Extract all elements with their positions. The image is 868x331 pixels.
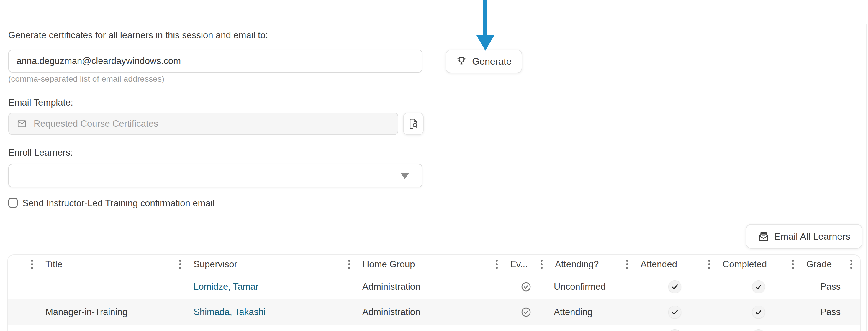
attending-cell: Unconfirmed bbox=[537, 282, 623, 292]
column-menu-icon[interactable] bbox=[625, 259, 629, 269]
annotation-arrowhead-icon bbox=[476, 35, 494, 51]
generate-button[interactable]: Generate bbox=[445, 49, 522, 73]
column-header-grade[interactable]: Grade bbox=[789, 259, 847, 270]
column-menu-icon[interactable] bbox=[791, 259, 795, 269]
certificates-session-page: Generate certificates for all learners i… bbox=[0, 0, 868, 331]
table-header-row: Title Supervisor Home Group Ev... Attend… bbox=[8, 255, 860, 274]
completed-check-icon[interactable] bbox=[752, 329, 765, 331]
trophy-icon bbox=[456, 56, 467, 67]
column-header-attending[interactable]: Attending? bbox=[537, 259, 623, 270]
generate-button-label: Generate bbox=[472, 56, 511, 67]
ilt-confirmation-label: Send Instructor-Led Training confirmatio… bbox=[23, 198, 215, 209]
ilt-confirmation-checkbox[interactable] bbox=[8, 198, 18, 207]
grade-cell: Pass bbox=[789, 282, 847, 292]
event-confirmed-icon bbox=[493, 307, 537, 318]
column-menu-icon[interactable] bbox=[179, 259, 182, 269]
attended-check-icon[interactable] bbox=[668, 306, 681, 319]
column-menu-icon[interactable] bbox=[708, 259, 711, 269]
email-template-field[interactable] bbox=[8, 112, 398, 135]
attending-cell: Attending bbox=[537, 307, 623, 318]
title-cell: Manager-in-Training bbox=[8, 307, 176, 318]
table-row[interactable] bbox=[8, 325, 860, 331]
email-hint: (comma-separated list of email addresses… bbox=[8, 74, 164, 84]
attended-check-icon[interactable] bbox=[668, 280, 681, 293]
column-header-title[interactable]: Title bbox=[8, 259, 176, 270]
email-template-label: Email Template: bbox=[8, 97, 73, 108]
column-header-end[interactable] bbox=[847, 259, 861, 269]
email-all-learners-label: Email All Learners bbox=[774, 231, 850, 242]
file-search-icon bbox=[408, 118, 419, 129]
home-group-cell: Administration bbox=[345, 282, 493, 292]
column-header-event[interactable]: Ev... bbox=[493, 259, 537, 270]
supervisor-link[interactable]: Lomidze, Tamar bbox=[193, 282, 258, 292]
column-menu-icon[interactable] bbox=[540, 259, 543, 269]
column-menu-icon[interactable] bbox=[850, 259, 853, 269]
column-menu-icon[interactable] bbox=[347, 259, 351, 269]
column-menu-icon[interactable] bbox=[30, 259, 34, 269]
enroll-learners-dropdown[interactable] bbox=[8, 164, 423, 188]
table-row[interactable]: Lomidze, Tamar Administration Unconfirme… bbox=[8, 274, 860, 299]
completed-check-icon[interactable] bbox=[752, 280, 765, 293]
column-header-supervisor[interactable]: Supervisor bbox=[176, 259, 345, 270]
annotation-arrow-icon bbox=[483, 0, 487, 36]
grade-cell: Pass bbox=[789, 307, 847, 318]
enroll-learners-label: Enroll Learners: bbox=[8, 147, 73, 158]
event-confirmed-icon bbox=[493, 282, 537, 292]
generate-certificates-label: Generate certificates for all learners i… bbox=[8, 30, 268, 41]
column-menu-icon[interactable] bbox=[495, 259, 498, 269]
attended-check-icon[interactable] bbox=[668, 329, 681, 331]
email-template-input[interactable] bbox=[34, 119, 398, 129]
preview-template-button[interactable] bbox=[403, 112, 424, 135]
email-open-icon bbox=[758, 231, 770, 242]
email-all-learners-button[interactable]: Email All Learners bbox=[746, 224, 862, 249]
envelope-icon bbox=[17, 119, 27, 129]
column-header-attended[interactable]: Attended bbox=[623, 259, 705, 270]
chevron-down-icon bbox=[401, 173, 409, 179]
column-header-home-group[interactable]: Home Group bbox=[345, 259, 493, 270]
completed-check-icon[interactable] bbox=[752, 306, 765, 319]
column-header-completed[interactable]: Completed bbox=[705, 259, 789, 270]
learners-table: Title Supervisor Home Group Ev... Attend… bbox=[7, 254, 861, 331]
supervisor-link[interactable]: Shimada, Takashi bbox=[193, 307, 266, 317]
home-group-cell: Administration bbox=[345, 307, 493, 318]
certificate-emails-input[interactable] bbox=[8, 49, 423, 72]
table-row[interactable]: Manager-in-Training Shimada, Takashi Adm… bbox=[8, 299, 860, 325]
